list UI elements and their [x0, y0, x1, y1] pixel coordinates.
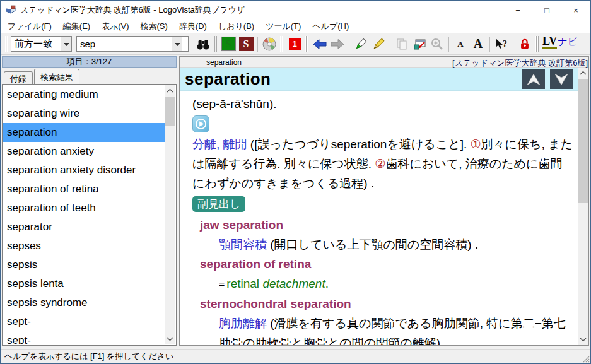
toolbar-grip[interactable]: [535, 36, 539, 52]
circled-number-2: ②: [375, 157, 385, 170]
list-item[interactable]: separation of teeth: [3, 199, 165, 218]
list-item[interactable]: separation of retina: [3, 180, 165, 199]
definition-text: ([誤ったつづりseperationを避けること].: [247, 138, 471, 151]
menu-item[interactable]: ファイル(F): [2, 20, 57, 33]
tab-search-results[interactable]: 検索結果: [34, 69, 79, 84]
toolbar-grip[interactable]: [280, 36, 284, 52]
font-smaller-button[interactable]: A: [452, 35, 469, 53]
search-button[interactable]: [195, 35, 211, 53]
list-item[interactable]: separation anxiety: [3, 142, 165, 161]
results-listbox: separating mediumseparating wireseparati…: [2, 84, 177, 346]
left-tabs: 付録 検索結果: [2, 68, 177, 84]
title-bar: ステッドマン医学大辞典 改訂第6版 - LogoVista辞典ブラウザ − □ …: [1, 1, 590, 20]
scroll-down-icon[interactable]: [578, 334, 588, 345]
dropdown-arrow-icon[interactable]: [172, 37, 182, 51]
back-button[interactable]: [312, 35, 328, 53]
menu-item[interactable]: 検索(S): [135, 20, 173, 33]
down-arrowhead-icon: [553, 73, 570, 86]
search-input[interactable]: [77, 37, 172, 51]
subentry-definition: 顎間容積 (開口している上下顎の間の空間容積) .: [192, 235, 573, 254]
play-audio-button[interactable]: [192, 115, 209, 132]
synonym-text: .: [325, 277, 329, 290]
lock-icon: [518, 38, 531, 50]
toolbar-grip[interactable]: [305, 36, 309, 52]
menu-item[interactable]: ツール(T): [260, 20, 307, 33]
entry-scrollbar[interactable]: [578, 68, 588, 345]
subentry-headword: sternochondral separation: [192, 294, 573, 314]
search-window-1-button[interactable]: 1: [286, 35, 303, 53]
pencil-button[interactable]: [370, 35, 387, 53]
next-entry-button[interactable]: [550, 69, 573, 89]
scroll-up-icon[interactable]: [165, 85, 175, 96]
tab-appendix[interactable]: 付録: [4, 71, 33, 84]
close-button[interactable]: ×: [561, 1, 590, 20]
resize-grip-icon[interactable]: [581, 354, 590, 363]
maximize-button[interactable]: □: [532, 1, 561, 20]
status-bar: ヘルプを表示するには [F1] を押してください: [1, 349, 590, 363]
list-item[interactable]: sept-: [3, 312, 165, 331]
magnifier-plus-icon: [430, 37, 444, 51]
list-item[interactable]: sepsis: [3, 255, 165, 274]
list-item[interactable]: sepsis syndrome: [3, 293, 165, 312]
search-combo: [76, 36, 189, 52]
popup-window-button[interactable]: [411, 35, 428, 53]
scrollbar-thumb[interactable]: [165, 97, 175, 126]
circled-number-1: ①: [470, 138, 481, 151]
menu-item[interactable]: 辞典(D): [173, 20, 213, 33]
lock-button[interactable]: [517, 35, 533, 53]
forward-button[interactable]: [329, 35, 346, 53]
list-item[interactable]: separating medium: [3, 85, 165, 104]
font-larger-button[interactable]: A: [470, 35, 486, 53]
definition-paragraph: 分離, 離開 ([誤ったつづりseperationを避けること]. ①別々に保ち…: [192, 134, 573, 193]
subentry-headword: jaw separation: [192, 215, 573, 235]
help-cursor-icon: ?: [493, 37, 510, 51]
dictionary-s-red-button[interactable]: S: [238, 35, 254, 53]
subentry-headword: separation of retina: [192, 254, 573, 274]
menu-item[interactable]: ヘルプ(H): [307, 20, 354, 33]
list-item[interactable]: sepsis lenta: [3, 274, 165, 293]
lv-navi-button[interactable]: LV ナビ: [542, 35, 577, 53]
cd-disc-icon: [262, 37, 277, 52]
menu-item[interactable]: しおり(B): [213, 20, 260, 33]
marker-pen-button[interactable]: [353, 35, 369, 53]
menu-item[interactable]: 表示(V): [96, 20, 134, 33]
list-item[interactable]: separation anxiety disorder: [3, 161, 165, 180]
list-item[interactable]: separation: [3, 123, 165, 142]
scroll-up-icon[interactable]: [578, 68, 588, 78]
cross-reference-link[interactable]: 分離, 離開: [192, 138, 247, 151]
list-item[interactable]: separator: [3, 218, 165, 237]
large-a-icon: A: [474, 37, 483, 51]
s-red-icon: S: [239, 37, 254, 51]
entry-body: (sep-ă-rā'shŭn). 分離, 離開 ([誤ったつづりseperati…: [180, 91, 578, 345]
dropdown-arrow-icon[interactable]: [61, 37, 71, 51]
cross-reference-link[interactable]: 顎間容積: [219, 238, 267, 251]
dictionary-s-green-button[interactable]: S: [220, 35, 237, 53]
zoom-button[interactable]: [429, 35, 445, 53]
window-1-icon: 1: [289, 38, 301, 50]
forward-arrow-icon: [331, 38, 344, 50]
marker-pen-icon: [353, 37, 368, 52]
toolbar-grip[interactable]: [5, 36, 9, 52]
entry-headword: separation: [180, 68, 578, 90]
scrollbar-thumb[interactable]: [578, 79, 588, 203]
left-panel: 項目：3/127 付録 検索結果 separating mediumsepara…: [2, 56, 177, 346]
toolbar-grip[interactable]: [214, 36, 218, 52]
document-tab[interactable]: separation: [206, 58, 242, 67]
list-item[interactable]: separating wire: [3, 104, 165, 123]
previous-entry-button[interactable]: [522, 69, 545, 89]
copy-button[interactable]: [394, 35, 410, 53]
scroll-down-icon[interactable]: [165, 334, 175, 344]
synonym-italic-text: detachment: [262, 277, 325, 290]
match-mode-select[interactable]: 前方一致: [11, 36, 72, 52]
menu-item[interactable]: 編集(E): [57, 20, 96, 33]
up-arrowhead-icon: [525, 73, 542, 86]
context-help-button[interactable]: ?: [493, 35, 510, 53]
dictionary-disc-button[interactable]: [261, 35, 278, 53]
window-title: ステッドマン医学大辞典 改訂第6版 - LogoVista辞典ブラウザ: [20, 4, 245, 16]
list-scrollbar[interactable]: [165, 85, 175, 344]
minimize-button[interactable]: −: [503, 1, 532, 20]
list-item[interactable]: sept-: [3, 331, 165, 344]
list-item[interactable]: sepses: [3, 237, 165, 255]
cross-reference-link[interactable]: 胸肋離解: [219, 317, 267, 330]
window-arrow-icon: [412, 37, 427, 51]
